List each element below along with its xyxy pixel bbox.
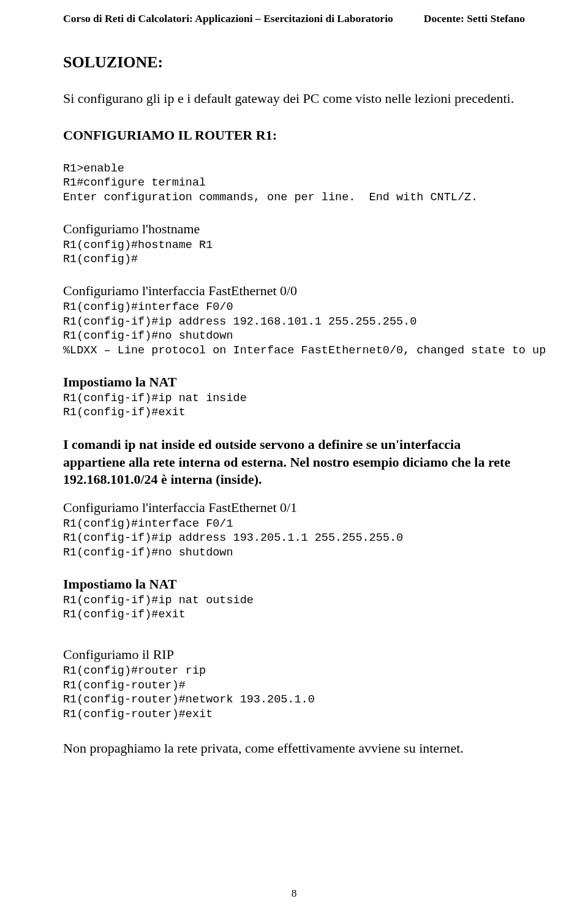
nat1-title: Impostiamo la NAT xyxy=(63,374,525,390)
rip-intro: Configuriamo il RIP xyxy=(63,647,525,663)
page-header: Corso di Reti di Calcolatori: Applicazio… xyxy=(63,12,525,25)
code-block-nat1: R1(config-if)#ip nat inside R1(config-if… xyxy=(63,391,525,420)
code-block-enable: R1>enable R1#configure terminal Enter co… xyxy=(63,162,525,205)
section-title-soluzione: SOLUZIONE: xyxy=(63,53,525,72)
section-title-configuriamo: CONFIGURIAMO IL ROUTER R1: xyxy=(63,127,525,143)
code-block-nat2: R1(config-if)#ip nat outside R1(config-i… xyxy=(63,593,525,622)
intro-paragraph: Si configurano gli ip e i default gatewa… xyxy=(63,90,525,108)
hostname-intro: Configuriamo l'hostname xyxy=(63,221,525,237)
fe01-intro: Configuriamo l'interfaccia FastEthernet … xyxy=(63,500,525,516)
nat2-title: Impostiamo la NAT xyxy=(63,576,525,592)
code-block-rip: R1(config)#router rip R1(config-router)#… xyxy=(63,664,525,722)
header-left: Corso di Reti di Calcolatori: Applicazio… xyxy=(63,12,393,25)
nat-body: I comandi ip nat inside ed outside servo… xyxy=(63,436,525,489)
code-block-hostname: R1(config)#hostname R1 R1(config)# xyxy=(63,238,525,267)
fe00-intro: Configuriamo l'interfaccia FastEthernet … xyxy=(63,283,525,299)
closing-paragraph: Non propaghiamo la rete privata, come ef… xyxy=(63,740,525,756)
page-number: 8 xyxy=(0,887,588,900)
page: Corso di Reti di Calcolatori: Applicazio… xyxy=(0,0,588,918)
header-right: Docente: Setti Stefano xyxy=(424,12,525,25)
code-block-fe01: R1(config)#interface F0/1 R1(config-if)#… xyxy=(63,517,525,560)
code-block-fe00: R1(config)#interface F0/0 R1(config-if)#… xyxy=(63,300,525,358)
